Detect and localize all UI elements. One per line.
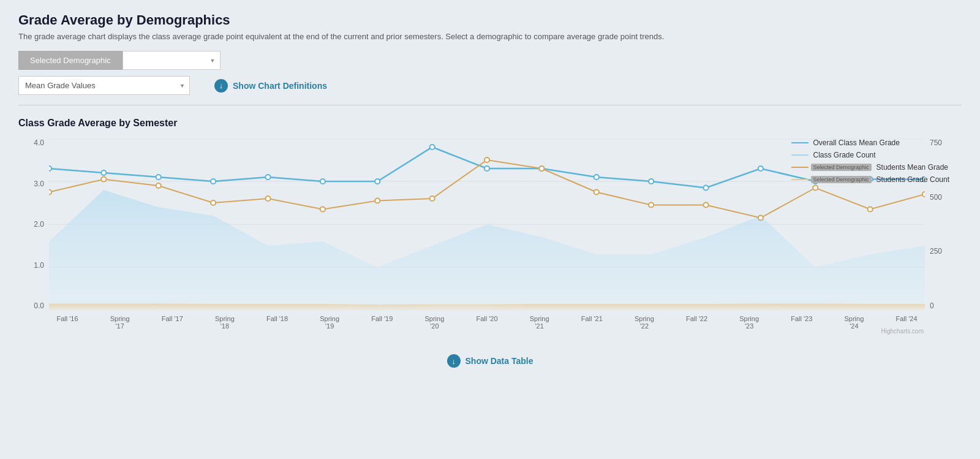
legend-line-orange	[791, 167, 809, 168]
page-title: Grade Average by Demographics	[18, 12, 962, 28]
class-count-area	[49, 190, 925, 310]
legend-students-count-label: Students Grade Count	[876, 175, 949, 184]
svg-point-31	[539, 166, 544, 171]
svg-point-32	[594, 190, 599, 195]
svg-point-25	[211, 200, 216, 205]
section-divider	[18, 105, 962, 105]
legend-class-count: Class Grade Count	[791, 151, 949, 159]
page-description: The grade average chart displays the cla…	[18, 32, 692, 41]
svg-point-37	[868, 207, 873, 212]
svg-point-6	[101, 170, 106, 175]
legend-line-orange-light	[791, 179, 809, 180]
x-axis: Fall '16 Spring'17 Fall '17 Spring'18 Fa…	[49, 310, 925, 347]
svg-point-11	[375, 179, 380, 184]
svg-point-9	[265, 175, 270, 180]
svg-point-7	[156, 175, 161, 180]
svg-point-18	[758, 166, 763, 171]
svg-point-35	[758, 216, 763, 221]
demographic-control-row: Selected Demographic	[18, 51, 962, 70]
legend-students-mean: Selected Demographic Students Mean Grade	[791, 163, 949, 172]
svg-point-27	[320, 207, 325, 212]
legend-class-count-label: Class Grade Count	[813, 151, 876, 159]
demographic-select[interactable]	[123, 51, 221, 70]
svg-point-36	[813, 186, 818, 191]
legend-overall-mean: Overall Class Mean Grade	[791, 138, 949, 147]
legend-line-light-blue	[791, 154, 809, 156]
show-definitions-button[interactable]: ↓ Show Chart Definitions	[214, 79, 327, 93]
chart-area: 4.0 3.0 2.0 1.0 0.0 750 500 250 0	[18, 138, 962, 347]
svg-point-29	[430, 196, 435, 201]
svg-point-17	[703, 186, 708, 191]
grade-type-select[interactable]: Mean Grade Values Median Grade Values	[18, 76, 190, 95]
svg-point-33	[649, 203, 654, 208]
svg-point-15	[594, 175, 599, 180]
svg-point-26	[265, 196, 270, 201]
legend-demo-badge-2: Selected Demographic	[811, 176, 872, 183]
highcharts-credit: Highcharts.com	[881, 328, 924, 335]
students-count-area	[49, 304, 925, 311]
legend-overall-mean-label: Overall Class Mean Grade	[813, 138, 900, 147]
grade-control-row: Mean Grade Values Median Grade Values ↓ …	[18, 76, 962, 95]
svg-point-24	[156, 183, 161, 188]
chart-title: Class Grade Average by Semester	[18, 118, 962, 129]
download-icon-2: ↓	[447, 354, 461, 368]
svg-point-30	[484, 157, 489, 162]
demo-select-wrapper	[123, 51, 221, 70]
download-icon: ↓	[214, 79, 228, 93]
legend-demo-badge-1: Selected Demographic	[811, 164, 872, 171]
y-axis-left: 4.0 3.0 2.0 1.0 0.0	[18, 138, 49, 310]
svg-point-23	[101, 177, 106, 182]
show-definitions-label: Show Chart Definitions	[233, 81, 327, 91]
svg-point-22	[49, 190, 51, 195]
legend-students-mean-label: Students Mean Grade	[876, 163, 948, 172]
show-data-table-label: Show Data Table	[466, 356, 533, 366]
chart-legend: Overall Class Mean Grade Class Grade Cou…	[791, 138, 949, 184]
legend-students-count: Selected Demographic Students Grade Coun…	[791, 175, 949, 184]
svg-point-5	[49, 166, 51, 171]
show-data-table-button[interactable]: ↓ Show Data Table	[18, 347, 962, 368]
svg-point-8	[211, 179, 216, 184]
grade-select-wrapper: Mean Grade Values Median Grade Values	[18, 76, 190, 95]
svg-point-34	[703, 203, 708, 208]
svg-point-38	[922, 192, 925, 197]
svg-point-16	[649, 179, 654, 184]
svg-point-10	[320, 179, 325, 184]
svg-point-12	[430, 145, 435, 150]
page-container: Grade Average by Demographics The grade …	[18, 12, 962, 368]
svg-point-13	[484, 166, 489, 171]
legend-line-blue	[791, 142, 809, 143]
svg-point-28	[375, 199, 380, 203]
demo-label: Selected Demographic	[18, 51, 123, 70]
